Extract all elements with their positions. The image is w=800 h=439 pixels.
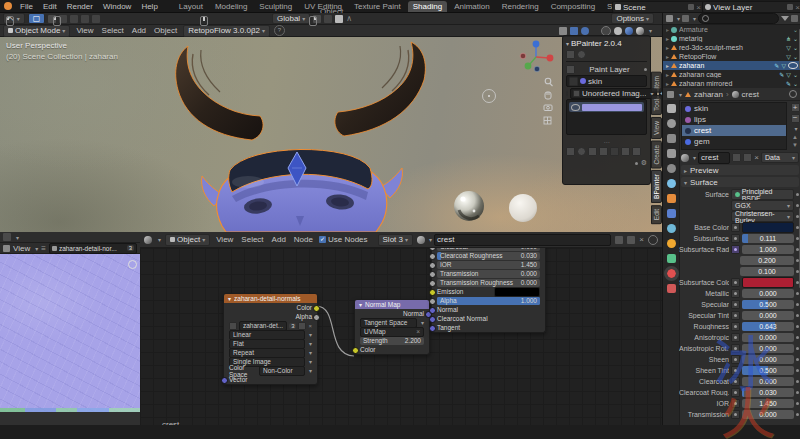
image-users-count[interactable]: 3 (289, 323, 296, 329)
row-clearcoat-roughness[interactable]: Clearcoat Roughness0.030 (432, 251, 545, 260)
slot-dropdown[interactable]: Slot 3▾ (378, 234, 413, 246)
tab-view-layer-icon[interactable] (667, 149, 676, 158)
menu-hamburger-icon[interactable]: ≡ (41, 244, 46, 253)
editor-type-chevron-icon[interactable]: ▾ (16, 234, 19, 241)
tab-layout[interactable]: Layout (174, 1, 208, 12)
close-scene-icon[interactable]: × (696, 3, 701, 12)
socket-button[interactable] (731, 355, 740, 364)
help-icon[interactable]: ? (274, 25, 285, 36)
bpainter-header[interactable]: ▾ BPainter 2.0.4 (566, 38, 647, 48)
tab-texture-paint[interactable]: Texture Paint (349, 1, 406, 12)
preview-panel-header[interactable]: ▸Preview (681, 165, 799, 175)
material-field[interactable]: ▾ crest (417, 234, 611, 246)
normal-map-image[interactable] (0, 254, 140, 412)
radius-value-2[interactable]: 0.200 (740, 256, 794, 265)
anisotropic-rotation-slider[interactable]: 0.000 (742, 344, 794, 353)
view-layer-selector[interactable]: View Layer × (702, 1, 800, 13)
node-canvas[interactable]: ▾zaharan-detail-normals Color Alpha zaha… (140, 248, 662, 425)
normal-map-node-header[interactable]: ▾Normal Map (355, 300, 429, 309)
tab-sculpting[interactable]: Sculpting (254, 1, 297, 12)
tab-physics-icon[interactable] (667, 239, 676, 248)
tab-render-icon[interactable] (667, 119, 676, 128)
socket-button[interactable] (731, 300, 740, 309)
layer-up-icon[interactable] (621, 147, 630, 156)
outliner-item-zaharan-cage[interactable]: ▸zaharan cage✎▽⌄ (663, 70, 800, 79)
tab-material-icon[interactable] (667, 269, 676, 278)
transmission-slider[interactable]: 0.000 (742, 410, 794, 419)
interpolation-dropdown[interactable]: Linear▾ (224, 330, 317, 339)
collection-icon[interactable] (682, 15, 689, 22)
orientation-dropdown[interactable]: Global▾ (272, 13, 310, 24)
tab-world-icon[interactable] (667, 179, 676, 188)
tab-texture-icon[interactable] (667, 284, 676, 293)
shader-menu-select[interactable]: Select (239, 235, 265, 244)
tab-tool-icon[interactable] (667, 104, 676, 113)
row-ior[interactable]: IOR1.450 (432, 260, 545, 269)
new-image-icon[interactable] (298, 322, 306, 330)
falloff-icon[interactable]: ∧ (346, 14, 352, 23)
rendered-shading-icon[interactable] (636, 27, 644, 35)
specular-slider[interactable]: 0.500 (742, 300, 794, 309)
copy-material-icon[interactable] (743, 153, 752, 162)
viewport-menu-view[interactable]: View (74, 26, 95, 35)
metallic-slider[interactable]: 0.000 (742, 289, 794, 298)
filter-funnel-icon[interactable] (781, 16, 789, 21)
surface-shader-dropdown[interactable]: Principled BSDF (731, 189, 794, 200)
roughness-slider[interactable]: 0.643 (742, 322, 794, 331)
image-pin-icon[interactable] (128, 260, 137, 269)
shader-menu-view[interactable]: View (214, 235, 235, 244)
unlink-material-icon[interactable]: × (639, 235, 644, 244)
socket-button[interactable] (731, 223, 740, 232)
tab-output-icon[interactable] (667, 134, 676, 143)
sidebar-tab-bpainter[interactable]: BPainter (651, 170, 662, 203)
editor-icon[interactable] (667, 91, 674, 98)
pin-icon[interactable] (789, 90, 797, 98)
slot-gem[interactable]: gem (682, 136, 786, 147)
shader-editor-icon[interactable] (144, 236, 152, 244)
slot-lips[interactable]: lips (682, 114, 786, 125)
sheen-tint-slider[interactable]: 0.500 (742, 366, 794, 375)
image-texture-node-header[interactable]: ▾zaharan-detail-normals (224, 294, 317, 303)
tab-modeling[interactable]: Modeling (210, 1, 252, 12)
material-name-field[interactable]: crest (701, 153, 718, 162)
row-emission[interactable]: Emission (432, 287, 545, 296)
pin-icon[interactable] (648, 235, 658, 245)
socket-button[interactable] (731, 278, 740, 287)
add-slot-button[interactable]: + (791, 103, 800, 112)
image-users-count[interactable]: 3 (127, 245, 134, 251)
outliner-item-metarig[interactable]: ▸metarig⋔⌄ (663, 34, 800, 43)
gizmo-toggle-icon[interactable] (559, 27, 567, 35)
editor-type-icon[interactable] (3, 233, 11, 241)
menu-edit[interactable]: Edit (41, 2, 59, 11)
radius-value-3[interactable]: 0.100 (740, 267, 794, 276)
image-view-menu[interactable]: View (13, 244, 30, 253)
outliner-item-armature[interactable]: ▸Armature⌄ (663, 25, 800, 34)
outliner-options-icon[interactable] (791, 15, 798, 22)
shading-dropdown-icon[interactable]: ▾ (649, 27, 652, 34)
channel-icon[interactable] (566, 89, 568, 98)
blender-logo-icon[interactable] (4, 2, 12, 10)
shader-menu-node[interactable]: Node (292, 235, 315, 244)
menu-window[interactable]: Window (101, 2, 133, 11)
outliner-item-zaharan-mirrored[interactable]: ▸zaharan mirrored✎⌄ (663, 79, 800, 88)
radius-value-1[interactable]: 1.000 (742, 245, 794, 254)
image-datablock-row[interactable]: zaharan-det... 3 × (224, 321, 317, 330)
layer-add-icon[interactable] (566, 147, 575, 156)
viewport-menu-object[interactable]: Object (152, 26, 179, 35)
visibility-eye-icon[interactable] (788, 62, 798, 69)
socket-button[interactable] (731, 234, 740, 243)
outliner-item-zaharan[interactable]: ▸zaharan✎▽ (663, 61, 800, 70)
specular-tint-slider[interactable]: 0.000 (742, 311, 794, 320)
unlink-icon[interactable]: × (754, 153, 759, 162)
outliner-item-retopoflow[interactable]: ▸RetopoFlow▽⌄ (663, 52, 800, 61)
normal-map-node[interactable]: ▾Normal Map Normal Tangent Space▾ UVMap×… (354, 299, 430, 355)
sidebar-tab-edit[interactable]: Edit (651, 205, 662, 224)
menu-help[interactable]: Help (139, 2, 159, 11)
bpainter-brush-icon[interactable] (566, 50, 575, 59)
tab-scene-icon[interactable] (667, 164, 676, 173)
sidebar-tab-view[interactable]: View (651, 117, 662, 139)
viewport-canvas[interactable]: User Perspective (20) Scene Collection |… (0, 37, 662, 232)
layer-merge-icon[interactable] (610, 147, 619, 156)
layer-item[interactable] (569, 102, 644, 112)
socket-button[interactable] (731, 245, 740, 254)
